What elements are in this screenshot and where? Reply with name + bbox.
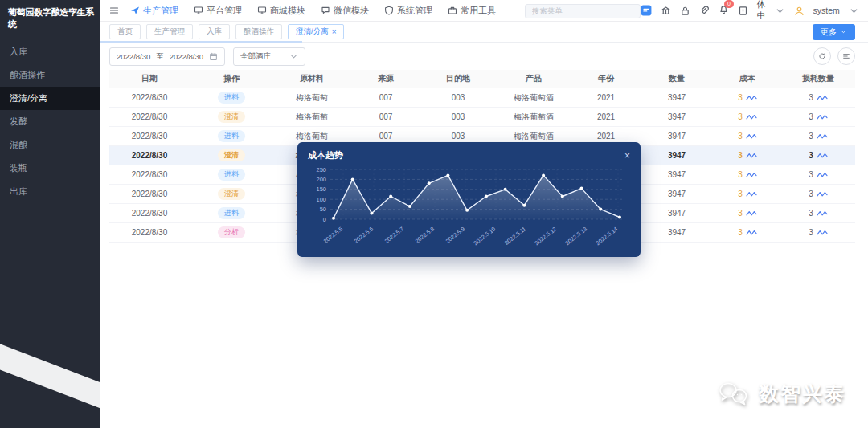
- bank-icon[interactable]: [661, 6, 671, 16]
- menu-商城模块[interactable]: 商城模块: [257, 5, 305, 17]
- menu-常用工具[interactable]: 常用工具: [448, 5, 496, 17]
- sidebar-item-澄清/分离[interactable]: 澄清/分离: [0, 87, 100, 110]
- cell-year: 2021: [572, 93, 640, 102]
- cell-product: 梅洛葡萄酒: [495, 131, 572, 142]
- more-button[interactable]: 更多: [813, 24, 855, 40]
- cell-loss[interactable]: 3: [781, 209, 855, 218]
- operation-badge: 澄清: [218, 188, 245, 200]
- menu-平台管理[interactable]: 平台管理: [194, 5, 242, 17]
- cell-date: 2022/8/30: [109, 151, 190, 160]
- cell-loss[interactable]: 3: [781, 170, 855, 179]
- cell-cost[interactable]: 3: [714, 93, 781, 102]
- column-header-年份: 年份: [572, 73, 640, 84]
- cell-loss-value: 3: [809, 170, 813, 179]
- brand-text: 数智兴泰: [759, 381, 845, 407]
- cell-loss[interactable]: 3: [781, 228, 855, 237]
- menu-生产管理[interactable]: 生产管理: [130, 5, 178, 17]
- cell-year: 2021: [572, 112, 640, 121]
- cell-cost[interactable]: 3: [714, 132, 781, 141]
- cell-cost[interactable]: 3: [714, 209, 781, 218]
- trend-icon: [817, 210, 828, 217]
- cell-cost[interactable]: 3: [714, 228, 781, 237]
- refresh-button[interactable]: [813, 47, 831, 65]
- cell-loss-value: 3: [809, 112, 813, 121]
- hamburger-icon[interactable]: [109, 6, 119, 15]
- trend-icon: [817, 152, 828, 159]
- plane-icon: [130, 6, 140, 15]
- operation-badge: 进料: [218, 207, 245, 219]
- table-row[interactable]: 2022/8/30进料梅洛葡萄007003梅洛葡萄酒2021394733: [109, 88, 855, 108]
- sidebar-item-混酿[interactable]: 混酿: [0, 133, 100, 157]
- chevron-down-icon: [775, 6, 785, 16]
- user-menu[interactable]: system: [813, 6, 840, 15]
- cell-loss-value: 3: [809, 93, 813, 102]
- filter-row: 2022/8/30 至 2022/8/30 全部酒庄: [109, 47, 305, 66]
- cell-cost[interactable]: 3: [714, 170, 781, 179]
- column-header-成本: 成本: [714, 73, 781, 84]
- trend-icon: [746, 229, 757, 236]
- cell-cost[interactable]: 3: [714, 112, 781, 121]
- cell-cost[interactable]: 3: [714, 151, 781, 160]
- paperclip-icon[interactable]: [699, 6, 710, 16]
- chat-icon: [321, 6, 330, 15]
- trend-icon: [746, 210, 757, 217]
- trend-icon: [817, 113, 828, 120]
- tab-澄清/分离[interactable]: 澄清/分离×: [288, 24, 344, 39]
- column-header-目的地: 目的地: [421, 73, 495, 84]
- cell-loss[interactable]: 3: [781, 93, 855, 102]
- tab-酿酒操作[interactable]: 酿酒操作: [235, 24, 282, 39]
- svg-text:2022.5.10: 2022.5.10: [472, 225, 497, 247]
- tab-生产管理[interactable]: 生产管理: [146, 24, 193, 39]
- tab-入库[interactable]: 入库: [199, 24, 230, 39]
- cell-date: 2022/8/30: [109, 132, 190, 141]
- cell-loss[interactable]: 3: [781, 132, 855, 141]
- cell-quantity: 3947: [640, 228, 714, 237]
- modal-title: 成本趋势: [308, 149, 343, 161]
- column-header-损耗数量: 损耗数量: [781, 73, 855, 84]
- svg-text:150: 150: [316, 185, 326, 193]
- cell-quantity: 3947: [640, 112, 714, 121]
- table-row[interactable]: 2022/8/30澄清梅洛葡萄007003梅洛葡萄酒2021394733: [109, 108, 855, 127]
- topbar: 生产管理平台管理商城模块微信模块系统管理常用工具 0 简体中文 system: [100, 0, 868, 22]
- document-icon[interactable]: [738, 6, 748, 16]
- cell-cost-value: 3: [738, 209, 743, 218]
- tab-label: 入库: [207, 26, 222, 37]
- briefcase-icon: [448, 6, 457, 15]
- cell-cost-value: 3: [738, 112, 743, 121]
- sidebar-item-发酵[interactable]: 发酵: [0, 110, 100, 133]
- cell-cost-value: 3: [738, 93, 743, 102]
- close-icon[interactable]: ×: [624, 151, 630, 161]
- wechat-logo-icon: [717, 381, 752, 407]
- tab-close-icon[interactable]: ×: [332, 28, 337, 36]
- chat-square-icon[interactable]: [641, 5, 652, 16]
- avatar[interactable]: [794, 6, 805, 16]
- cost-trend-chart: 0501001502002502022.5.52022.5.62022.5.72…: [308, 163, 629, 248]
- svg-text:50: 50: [320, 206, 326, 213]
- cell-cost[interactable]: 3: [714, 190, 781, 198]
- cell-loss-value: 3: [809, 228, 813, 237]
- search-input[interactable]: [525, 4, 641, 18]
- sidebar-item-入库[interactable]: 入库: [0, 40, 100, 63]
- winery-select-value: 全部酒庄: [240, 51, 271, 62]
- sidebar-item-出库[interactable]: 出库: [0, 180, 100, 203]
- notifications[interactable]: 0: [719, 3, 729, 18]
- winery-select[interactable]: 全部酒庄: [233, 47, 305, 66]
- cell-quantity: 3947: [640, 170, 714, 179]
- open-tabs: 首页生产管理入库酿酒操作澄清/分离×: [109, 24, 344, 39]
- cell-loss[interactable]: 3: [781, 151, 855, 160]
- date-range-picker[interactable]: 2022/8/30 至 2022/8/30: [109, 47, 225, 66]
- lock-icon[interactable]: [680, 6, 690, 16]
- trend-icon: [746, 94, 757, 101]
- menu-系统管理[interactable]: 系统管理: [384, 5, 432, 17]
- cell-loss[interactable]: 3: [781, 112, 855, 121]
- sidebar-item-装瓶[interactable]: 装瓶: [0, 157, 100, 180]
- column-settings-button[interactable]: [837, 47, 855, 65]
- cell-operation: 进料: [190, 92, 273, 104]
- cell-material: 梅洛葡萄: [273, 131, 350, 142]
- sidebar-item-酿酒操作[interactable]: 酿酒操作: [0, 63, 100, 87]
- menu-label: 微信模块: [334, 5, 369, 17]
- top-menu: 生产管理平台管理商城模块微信模块系统管理常用工具: [130, 5, 496, 17]
- cell-loss[interactable]: 3: [781, 190, 855, 198]
- tab-首页[interactable]: 首页: [109, 24, 141, 39]
- menu-微信模块[interactable]: 微信模块: [321, 5, 369, 17]
